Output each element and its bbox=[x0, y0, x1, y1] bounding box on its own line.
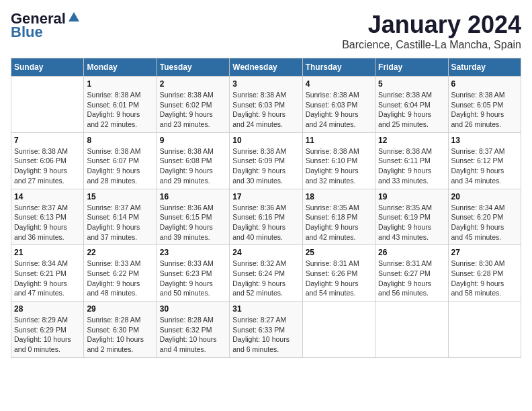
day-number: 8 bbox=[87, 136, 153, 145]
day-info: Sunrise: 8:29 AM Sunset: 6:29 PM Dayligh… bbox=[14, 315, 81, 355]
day-info: Sunrise: 8:27 AM Sunset: 6:33 PM Dayligh… bbox=[232, 315, 299, 355]
day-info: Sunrise: 8:28 AM Sunset: 6:30 PM Dayligh… bbox=[87, 315, 153, 355]
calendar-cell: 12Sunrise: 8:38 AM Sunset: 6:11 PM Dayli… bbox=[375, 132, 448, 189]
day-info: Sunrise: 8:38 AM Sunset: 6:06 PM Dayligh… bbox=[14, 146, 81, 186]
day-info: Sunrise: 8:36 AM Sunset: 6:16 PM Dayligh… bbox=[232, 203, 299, 242]
day-number: 3 bbox=[232, 79, 299, 89]
calendar-cell: 10Sunrise: 8:38 AM Sunset: 6:09 PM Dayli… bbox=[230, 132, 302, 189]
calendar-cell: 24Sunrise: 8:32 AM Sunset: 6:24 PM Dayli… bbox=[230, 245, 302, 302]
day-number: 20 bbox=[451, 192, 518, 201]
day-number: 24 bbox=[232, 248, 299, 257]
header-tuesday: Tuesday bbox=[157, 58, 229, 77]
calendar-cell: 4Sunrise: 8:38 AM Sunset: 6:03 PM Daylig… bbox=[302, 77, 375, 133]
day-info: Sunrise: 8:37 AM Sunset: 6:14 PM Dayligh… bbox=[87, 203, 153, 242]
day-info: Sunrise: 8:28 AM Sunset: 6:32 PM Dayligh… bbox=[160, 315, 226, 355]
day-info: Sunrise: 8:30 AM Sunset: 6:28 PM Dayligh… bbox=[451, 259, 518, 298]
calendar-cell: 11Sunrise: 8:38 AM Sunset: 6:10 PM Dayli… bbox=[302, 132, 375, 189]
calendar-cell: 28Sunrise: 8:29 AM Sunset: 6:29 PM Dayli… bbox=[11, 302, 84, 358]
day-number: 13 bbox=[451, 136, 518, 145]
day-info: Sunrise: 8:38 AM Sunset: 6:03 PM Dayligh… bbox=[232, 90, 299, 130]
svg-marker-0 bbox=[69, 12, 79, 21]
calendar-cell bbox=[302, 302, 375, 358]
calendar-cell: 27Sunrise: 8:30 AM Sunset: 6:28 PM Dayli… bbox=[448, 245, 521, 302]
header-monday: Monday bbox=[84, 58, 157, 77]
day-info: Sunrise: 8:37 AM Sunset: 6:12 PM Dayligh… bbox=[451, 146, 518, 186]
day-info: Sunrise: 8:34 AM Sunset: 6:21 PM Dayligh… bbox=[14, 259, 81, 298]
title-area: January 2024 Barcience, Castille-La Manc… bbox=[342, 11, 521, 51]
day-number: 31 bbox=[232, 304, 299, 314]
calendar-week-row: 14Sunrise: 8:37 AM Sunset: 6:13 PM Dayli… bbox=[11, 189, 521, 245]
day-info: Sunrise: 8:38 AM Sunset: 6:09 PM Dayligh… bbox=[232, 146, 299, 186]
day-number: 1 bbox=[87, 79, 153, 89]
calendar-cell: 15Sunrise: 8:37 AM Sunset: 6:14 PM Dayli… bbox=[84, 189, 157, 245]
day-number: 21 bbox=[14, 248, 81, 257]
day-number: 5 bbox=[378, 79, 445, 89]
calendar-cell: 18Sunrise: 8:35 AM Sunset: 6:18 PM Dayli… bbox=[302, 189, 375, 245]
day-number: 19 bbox=[378, 192, 445, 201]
calendar-week-row: 28Sunrise: 8:29 AM Sunset: 6:29 PM Dayli… bbox=[11, 302, 521, 358]
calendar-cell: 30Sunrise: 8:28 AM Sunset: 6:32 PM Dayli… bbox=[157, 302, 229, 358]
calendar-cell: 16Sunrise: 8:36 AM Sunset: 6:15 PM Dayli… bbox=[157, 189, 229, 245]
calendar-cell: 22Sunrise: 8:33 AM Sunset: 6:22 PM Dayli… bbox=[84, 245, 157, 302]
day-number: 12 bbox=[378, 136, 445, 145]
day-number: 28 bbox=[14, 304, 81, 314]
day-info: Sunrise: 8:38 AM Sunset: 6:11 PM Dayligh… bbox=[378, 146, 445, 186]
day-info: Sunrise: 8:35 AM Sunset: 6:19 PM Dayligh… bbox=[378, 203, 445, 242]
day-number: 18 bbox=[306, 192, 372, 201]
calendar-week-row: 1Sunrise: 8:38 AM Sunset: 6:01 PM Daylig… bbox=[11, 77, 521, 133]
day-info: Sunrise: 8:38 AM Sunset: 6:07 PM Dayligh… bbox=[87, 146, 153, 186]
header: General Blue January 2024 Barcience, Cas… bbox=[11, 11, 521, 51]
calendar-cell: 26Sunrise: 8:31 AM Sunset: 6:27 PM Dayli… bbox=[375, 245, 448, 302]
calendar-cell: 25Sunrise: 8:31 AM Sunset: 6:26 PM Dayli… bbox=[302, 245, 375, 302]
day-info: Sunrise: 8:38 AM Sunset: 6:04 PM Dayligh… bbox=[378, 90, 445, 130]
location-title: Barcience, Castille-La Mancha, Spain bbox=[342, 39, 521, 51]
calendar-cell: 7Sunrise: 8:38 AM Sunset: 6:06 PM Daylig… bbox=[11, 132, 84, 189]
day-info: Sunrise: 8:31 AM Sunset: 6:27 PM Dayligh… bbox=[378, 259, 445, 298]
day-number: 22 bbox=[87, 248, 153, 257]
calendar-cell bbox=[448, 302, 521, 358]
month-title: January 2024 bbox=[342, 11, 521, 39]
calendar-week-row: 21Sunrise: 8:34 AM Sunset: 6:21 PM Dayli… bbox=[11, 245, 521, 302]
header-wednesday: Wednesday bbox=[230, 58, 302, 77]
calendar-week-row: 7Sunrise: 8:38 AM Sunset: 6:06 PM Daylig… bbox=[11, 132, 521, 189]
header-friday: Friday bbox=[375, 58, 448, 77]
calendar-cell: 14Sunrise: 8:37 AM Sunset: 6:13 PM Dayli… bbox=[11, 189, 84, 245]
calendar-cell: 19Sunrise: 8:35 AM Sunset: 6:19 PM Dayli… bbox=[375, 189, 448, 245]
calendar-cell bbox=[11, 77, 84, 133]
day-number: 4 bbox=[306, 79, 372, 89]
calendar-cell: 23Sunrise: 8:33 AM Sunset: 6:23 PM Dayli… bbox=[157, 245, 229, 302]
day-number: 26 bbox=[378, 248, 445, 257]
calendar-cell: 2Sunrise: 8:38 AM Sunset: 6:02 PM Daylig… bbox=[157, 77, 229, 133]
day-number: 23 bbox=[160, 248, 226, 257]
calendar-cell: 20Sunrise: 8:34 AM Sunset: 6:20 PM Dayli… bbox=[448, 189, 521, 245]
calendar-cell: 6Sunrise: 8:38 AM Sunset: 6:05 PM Daylig… bbox=[448, 77, 521, 133]
day-number: 15 bbox=[87, 192, 153, 201]
calendar-cell bbox=[375, 302, 448, 358]
day-info: Sunrise: 8:31 AM Sunset: 6:26 PM Dayligh… bbox=[306, 259, 372, 298]
day-info: Sunrise: 8:38 AM Sunset: 6:08 PM Dayligh… bbox=[160, 146, 226, 186]
calendar-cell: 31Sunrise: 8:27 AM Sunset: 6:33 PM Dayli… bbox=[230, 302, 302, 358]
calendar-cell: 17Sunrise: 8:36 AM Sunset: 6:16 PM Dayli… bbox=[230, 189, 302, 245]
day-info: Sunrise: 8:38 AM Sunset: 6:01 PM Dayligh… bbox=[87, 90, 153, 130]
day-number: 6 bbox=[451, 79, 518, 89]
calendar-cell: 5Sunrise: 8:38 AM Sunset: 6:04 PM Daylig… bbox=[375, 77, 448, 133]
calendar-cell: 8Sunrise: 8:38 AM Sunset: 6:07 PM Daylig… bbox=[84, 132, 157, 189]
logo: General Blue bbox=[11, 11, 81, 40]
header-thursday: Thursday bbox=[302, 58, 375, 77]
header-sunday: Sunday bbox=[11, 58, 84, 77]
day-number: 30 bbox=[160, 304, 226, 314]
calendar-cell: 9Sunrise: 8:38 AM Sunset: 6:08 PM Daylig… bbox=[157, 132, 229, 189]
calendar-header-row: SundayMondayTuesdayWednesdayThursdayFrid… bbox=[11, 58, 521, 77]
calendar-cell: 3Sunrise: 8:38 AM Sunset: 6:03 PM Daylig… bbox=[230, 77, 302, 133]
day-info: Sunrise: 8:36 AM Sunset: 6:15 PM Dayligh… bbox=[160, 203, 226, 242]
day-number: 27 bbox=[451, 248, 518, 257]
calendar-cell: 13Sunrise: 8:37 AM Sunset: 6:12 PM Dayli… bbox=[448, 132, 521, 189]
day-info: Sunrise: 8:38 AM Sunset: 6:05 PM Dayligh… bbox=[451, 90, 518, 130]
header-saturday: Saturday bbox=[448, 58, 521, 77]
day-number: 16 bbox=[160, 192, 226, 201]
day-number: 7 bbox=[14, 136, 81, 145]
day-info: Sunrise: 8:38 AM Sunset: 6:02 PM Dayligh… bbox=[160, 90, 226, 130]
day-number: 17 bbox=[232, 192, 299, 201]
day-number: 9 bbox=[160, 136, 226, 145]
calendar-cell: 21Sunrise: 8:34 AM Sunset: 6:21 PM Dayli… bbox=[11, 245, 84, 302]
